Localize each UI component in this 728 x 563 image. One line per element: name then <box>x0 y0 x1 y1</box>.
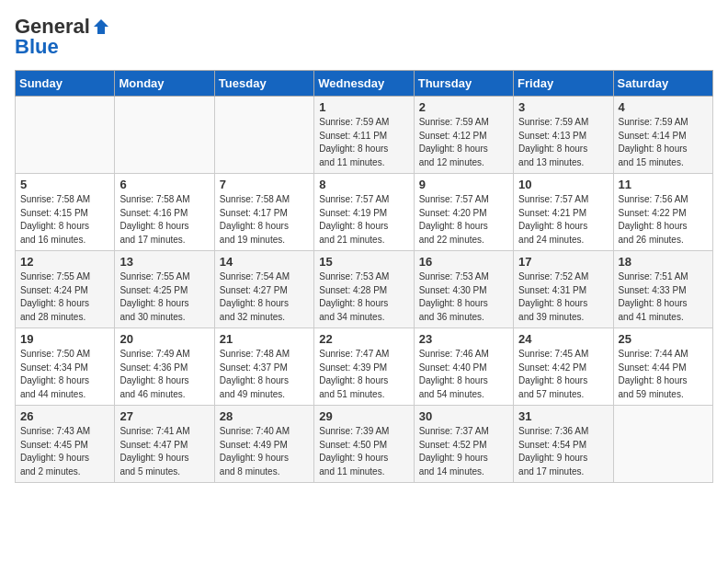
day-info: Sunrise: 7:41 AM Sunset: 4:47 PM Dayligh… <box>119 425 209 478</box>
day-info: Sunrise: 7:59 AM Sunset: 4:13 PM Dayligh… <box>518 116 608 169</box>
calendar-cell: 11Sunrise: 7:56 AM Sunset: 4:22 PM Dayli… <box>613 174 712 251</box>
day-number: 3 <box>518 100 608 114</box>
calendar-cell: 2Sunrise: 7:59 AM Sunset: 4:12 PM Daylig… <box>414 97 513 174</box>
day-number: 31 <box>518 409 608 423</box>
weekday-header-saturday: Saturday <box>613 71 712 97</box>
day-number: 15 <box>319 255 408 269</box>
calendar-cell <box>214 97 313 174</box>
calendar-cell: 20Sunrise: 7:49 AM Sunset: 4:36 PM Dayli… <box>115 328 214 406</box>
calendar-cell: 30Sunrise: 7:37 AM Sunset: 4:52 PM Dayli… <box>414 406 513 483</box>
day-info: Sunrise: 7:56 AM Sunset: 4:22 PM Dayligh… <box>619 193 708 247</box>
day-number: 18 <box>619 255 708 269</box>
calendar-cell <box>613 406 712 483</box>
calendar-cell <box>16 97 115 174</box>
day-number: 28 <box>220 409 309 423</box>
calendar-cell: 21Sunrise: 7:48 AM Sunset: 4:37 PM Dayli… <box>214 328 313 406</box>
day-number: 23 <box>419 332 508 346</box>
day-info: Sunrise: 7:55 AM Sunset: 4:24 PM Dayligh… <box>20 270 109 324</box>
calendar-cell: 29Sunrise: 7:39 AM Sunset: 4:50 PM Dayli… <box>314 406 414 483</box>
calendar-cell: 15Sunrise: 7:53 AM Sunset: 4:28 PM Dayli… <box>314 251 414 328</box>
day-number: 17 <box>518 255 608 269</box>
day-info: Sunrise: 7:46 AM Sunset: 4:40 PM Dayligh… <box>419 348 508 401</box>
calendar-cell: 28Sunrise: 7:40 AM Sunset: 4:49 PM Dayli… <box>214 406 313 483</box>
day-number: 27 <box>119 409 209 423</box>
calendar-cell: 13Sunrise: 7:55 AM Sunset: 4:25 PM Dayli… <box>115 251 214 328</box>
day-info: Sunrise: 7:58 AM Sunset: 4:17 PM Dayligh… <box>220 193 309 247</box>
day-number: 19 <box>20 332 109 346</box>
day-number: 2 <box>419 100 508 114</box>
day-number: 16 <box>419 255 508 269</box>
day-info: Sunrise: 7:54 AM Sunset: 4:27 PM Dayligh… <box>220 270 309 324</box>
calendar-cell: 24Sunrise: 7:45 AM Sunset: 4:42 PM Dayli… <box>514 328 613 406</box>
day-number: 8 <box>319 178 408 191</box>
calendar-cell: 18Sunrise: 7:51 AM Sunset: 4:33 PM Dayli… <box>613 251 712 328</box>
header: General Blue <box>15 15 713 59</box>
calendar-cell: 23Sunrise: 7:46 AM Sunset: 4:40 PM Dayli… <box>414 328 513 406</box>
day-number: 20 <box>119 332 209 346</box>
day-number: 1 <box>319 100 408 114</box>
calendar-cell: 17Sunrise: 7:52 AM Sunset: 4:31 PM Dayli… <box>514 251 613 328</box>
day-number: 13 <box>119 255 209 269</box>
logo-blue-text: Blue <box>15 35 59 59</box>
calendar-cell: 10Sunrise: 7:57 AM Sunset: 4:21 PM Dayli… <box>514 174 613 251</box>
day-info: Sunrise: 7:58 AM Sunset: 4:16 PM Dayligh… <box>119 193 209 247</box>
day-info: Sunrise: 7:57 AM Sunset: 4:19 PM Dayligh… <box>319 193 408 247</box>
weekday-header-tuesday: Tuesday <box>214 71 313 97</box>
day-number: 14 <box>220 255 309 269</box>
weekday-header-thursday: Thursday <box>414 71 513 97</box>
calendar-table: SundayMondayTuesdayWednesdayThursdayFrid… <box>15 70 713 483</box>
calendar-cell: 6Sunrise: 7:58 AM Sunset: 4:16 PM Daylig… <box>115 174 214 251</box>
calendar-cell: 31Sunrise: 7:36 AM Sunset: 4:54 PM Dayli… <box>514 406 613 483</box>
day-info: Sunrise: 7:53 AM Sunset: 4:30 PM Dayligh… <box>419 270 508 324</box>
calendar-cell: 26Sunrise: 7:43 AM Sunset: 4:45 PM Dayli… <box>16 406 115 483</box>
calendar-cell: 16Sunrise: 7:53 AM Sunset: 4:30 PM Dayli… <box>414 251 513 328</box>
weekday-header-friday: Friday <box>514 71 613 97</box>
logo-icon <box>92 17 110 36</box>
day-number: 7 <box>220 178 309 191</box>
day-number: 25 <box>619 332 708 346</box>
day-info: Sunrise: 7:48 AM Sunset: 4:37 PM Dayligh… <box>220 348 309 401</box>
week-row-1: 1Sunrise: 7:59 AM Sunset: 4:11 PM Daylig… <box>16 97 713 174</box>
day-number: 21 <box>220 332 309 346</box>
day-info: Sunrise: 7:51 AM Sunset: 4:33 PM Dayligh… <box>619 270 708 324</box>
calendar-cell: 12Sunrise: 7:55 AM Sunset: 4:24 PM Dayli… <box>16 251 115 328</box>
day-number: 4 <box>619 100 708 114</box>
calendar-cell: 14Sunrise: 7:54 AM Sunset: 4:27 PM Dayli… <box>214 251 313 328</box>
day-number: 29 <box>319 409 408 423</box>
day-number: 5 <box>20 178 109 191</box>
weekday-header-wednesday: Wednesday <box>314 71 414 97</box>
day-number: 6 <box>119 178 209 191</box>
calendar-cell: 19Sunrise: 7:50 AM Sunset: 4:34 PM Dayli… <box>16 328 115 406</box>
day-info: Sunrise: 7:53 AM Sunset: 4:28 PM Dayligh… <box>319 270 408 324</box>
calendar-cell: 27Sunrise: 7:41 AM Sunset: 4:47 PM Dayli… <box>115 406 214 483</box>
calendar-cell: 25Sunrise: 7:44 AM Sunset: 4:44 PM Dayli… <box>613 328 712 406</box>
day-info: Sunrise: 7:47 AM Sunset: 4:39 PM Dayligh… <box>319 348 408 401</box>
day-info: Sunrise: 7:49 AM Sunset: 4:36 PM Dayligh… <box>119 348 209 401</box>
day-number: 26 <box>20 409 109 423</box>
calendar-cell: 22Sunrise: 7:47 AM Sunset: 4:39 PM Dayli… <box>314 328 414 406</box>
calendar-cell: 4Sunrise: 7:59 AM Sunset: 4:14 PM Daylig… <box>613 97 712 174</box>
weekday-header-monday: Monday <box>115 71 214 97</box>
day-number: 9 <box>419 178 508 191</box>
day-info: Sunrise: 7:43 AM Sunset: 4:45 PM Dayligh… <box>20 425 109 478</box>
day-number: 24 <box>518 332 608 346</box>
day-number: 11 <box>619 178 708 191</box>
day-info: Sunrise: 7:59 AM Sunset: 4:14 PM Dayligh… <box>619 116 708 169</box>
calendar-cell: 8Sunrise: 7:57 AM Sunset: 4:19 PM Daylig… <box>314 174 414 251</box>
calendar-cell: 1Sunrise: 7:59 AM Sunset: 4:11 PM Daylig… <box>314 97 414 174</box>
calendar-cell: 5Sunrise: 7:58 AM Sunset: 4:15 PM Daylig… <box>16 174 115 251</box>
day-info: Sunrise: 7:59 AM Sunset: 4:12 PM Dayligh… <box>419 116 508 169</box>
logo: General Blue <box>15 15 110 59</box>
calendar-cell <box>115 97 214 174</box>
day-info: Sunrise: 7:52 AM Sunset: 4:31 PM Dayligh… <box>518 270 608 324</box>
day-info: Sunrise: 7:44 AM Sunset: 4:44 PM Dayligh… <box>619 348 708 401</box>
week-row-3: 12Sunrise: 7:55 AM Sunset: 4:24 PM Dayli… <box>16 251 713 328</box>
weekday-header-row: SundayMondayTuesdayWednesdayThursdayFrid… <box>16 71 713 97</box>
day-info: Sunrise: 7:39 AM Sunset: 4:50 PM Dayligh… <box>319 425 408 478</box>
calendar-cell: 3Sunrise: 7:59 AM Sunset: 4:13 PM Daylig… <box>514 97 613 174</box>
day-info: Sunrise: 7:45 AM Sunset: 4:42 PM Dayligh… <box>518 348 608 401</box>
day-number: 12 <box>20 255 109 269</box>
calendar-cell: 9Sunrise: 7:57 AM Sunset: 4:20 PM Daylig… <box>414 174 513 251</box>
week-row-5: 26Sunrise: 7:43 AM Sunset: 4:45 PM Dayli… <box>16 406 713 483</box>
day-info: Sunrise: 7:57 AM Sunset: 4:20 PM Dayligh… <box>419 193 508 247</box>
